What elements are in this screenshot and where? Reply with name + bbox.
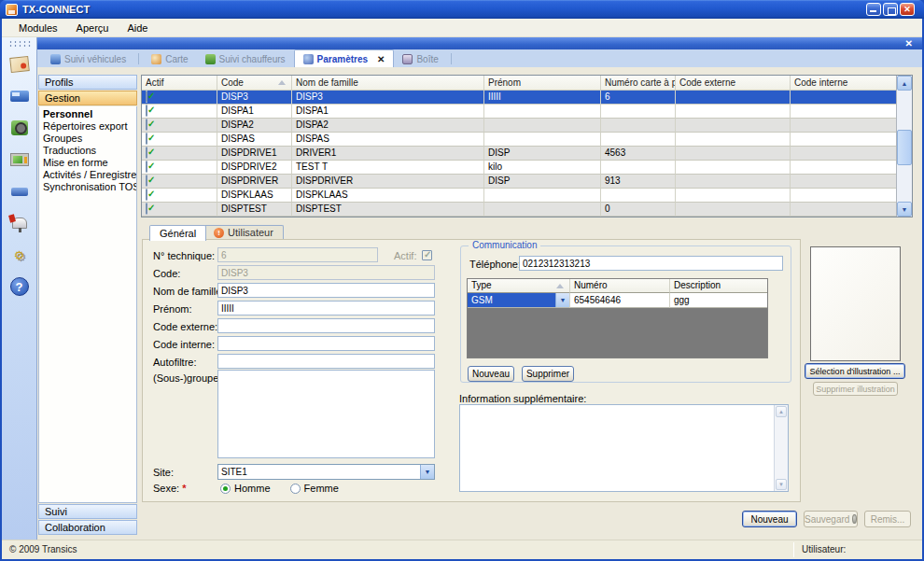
- site-label: Site:: [153, 467, 174, 478]
- table-scrollbar[interactable]: ▲ ▼: [896, 76, 912, 217]
- actif-checkbox[interactable]: [146, 133, 147, 145]
- type-select[interactable]: GSM ▼: [468, 293, 570, 308]
- save-button[interactable]: Sauvegard: [804, 511, 858, 527]
- truck-small-icon[interactable]: [6, 179, 34, 203]
- actif-checkbox[interactable]: [146, 189, 147, 201]
- table-row[interactable]: DISPDRIVE1 DRIVER1 DISP 4563: [142, 147, 896, 161]
- telephone-field[interactable]: [519, 256, 783, 271]
- table-row[interactable]: DISPDRIVER DISPDRIVER DISP 913: [142, 175, 896, 189]
- groupes-field[interactable]: [217, 370, 435, 458]
- radio-homme[interactable]: [220, 484, 231, 494]
- scroll-up-icon[interactable]: ▲: [897, 76, 912, 91]
- chevron-down-icon[interactable]: ▼: [420, 465, 434, 479]
- minimize-button[interactable]: [866, 3, 881, 16]
- prenom-field[interactable]: [217, 301, 435, 316]
- table-row[interactable]: DISP3 DISP3 IIIII 6: [142, 91, 896, 105]
- tab-general[interactable]: Général: [149, 225, 206, 241]
- status-separator: [793, 542, 794, 557]
- close-button[interactable]: [900, 3, 915, 16]
- nav-item-personnel[interactable]: Personnel: [39, 108, 136, 120]
- scroll-thumb[interactable]: [897, 130, 912, 165]
- mailbox-icon[interactable]: [6, 211, 34, 235]
- col-code[interactable]: Code: [217, 76, 292, 91]
- nav-section-gestion[interactable]: Gestion: [38, 91, 137, 105]
- col-carte[interactable]: Numéro carte à puce: [601, 76, 676, 91]
- tab-parametres[interactable]: Paramètres ✕: [294, 49, 395, 67]
- nom-field[interactable]: [217, 283, 435, 298]
- chevron-down-icon[interactable]: ▼: [555, 293, 569, 307]
- driver-icon[interactable]: [6, 116, 34, 140]
- actif-checkbox[interactable]: [146, 161, 147, 173]
- tab-boite[interactable]: Boîte: [394, 50, 446, 67]
- truck-icon[interactable]: [6, 84, 34, 108]
- nav-item-groupes[interactable]: Groupes: [39, 133, 136, 145]
- toolbar-grip[interactable]: [7, 39, 31, 47]
- menu-modules[interactable]: Modules: [9, 21, 67, 35]
- personnel-table: Actif Code Nom de famille Prénom Numéro …: [141, 75, 913, 217]
- tab-utilisateur[interactable]: ! Utilisateur: [203, 225, 284, 240]
- col-externe[interactable]: Code externe: [676, 76, 791, 91]
- tab-suivi-chauffeurs[interactable]: Suivi chauffeurs: [197, 50, 294, 67]
- textarea-scrollbar[interactable]: ▲ ▼: [774, 405, 788, 491]
- code-externe-field[interactable]: [217, 318, 435, 333]
- col-numero[interactable]: Numéro: [570, 279, 670, 293]
- reset-button[interactable]: Remis...: [864, 511, 911, 527]
- monitor-icon[interactable]: [6, 147, 34, 172]
- actif-checkbox[interactable]: [146, 147, 147, 159]
- comm-new-button[interactable]: Nouveau: [468, 366, 514, 382]
- status-bar: © 2009 Transics Utilisateur:: [2, 540, 922, 559]
- menu-aide[interactable]: Aide: [118, 21, 157, 35]
- actif-checkbox[interactable]: [146, 91, 147, 103]
- table-row[interactable]: DISPTEST DISPTEST 0: [142, 203, 896, 217]
- radio-femme[interactable]: [290, 484, 301, 494]
- nav-item-synchronisation-tos[interactable]: Synchronisation TOS: [39, 181, 136, 193]
- copyright-text: © 2009 Transics: [9, 544, 77, 554]
- new-button[interactable]: Nouveau: [742, 511, 797, 527]
- tab-close-icon[interactable]: ✕: [377, 54, 385, 64]
- gears-icon[interactable]: ⚙: [6, 243, 34, 267]
- nav-item-mise-en-forme[interactable]: Mise en forme: [39, 157, 136, 169]
- info-supplementaire-field[interactable]: ▲ ▼: [459, 404, 789, 492]
- settings-icon: [303, 54, 314, 64]
- table-row[interactable]: DISPDRIVE2 TEST T kilo: [142, 161, 896, 175]
- scroll-down-icon[interactable]: ▼: [776, 479, 787, 490]
- table-row[interactable]: DISPKLAAS DISPKLAAS: [142, 189, 896, 203]
- table-row[interactable]: DISPAS DISPAS: [142, 133, 896, 147]
- col-nom[interactable]: Nom de famille: [292, 76, 484, 91]
- help-icon[interactable]: ?: [6, 274, 34, 299]
- menu-apercu[interactable]: Aperçu: [67, 21, 119, 35]
- col-type[interactable]: Type: [468, 279, 570, 293]
- col-interne[interactable]: Code interne: [791, 76, 896, 91]
- nav-section-collaboration[interactable]: Collaboration: [38, 520, 137, 535]
- restore-button[interactable]: [883, 3, 898, 16]
- select-illustration-button[interactable]: Sélection d'illustration ...: [805, 363, 905, 379]
- actif-checkbox[interactable]: [146, 203, 147, 215]
- map-icon[interactable]: [6, 52, 34, 77]
- col-actif[interactable]: Actif: [142, 76, 217, 91]
- tab-suivi-vehicules[interactable]: Suivi véhicules: [42, 50, 134, 67]
- comm-table-row[interactable]: GSM ▼ 654564646 ggg: [468, 293, 767, 308]
- col-prenom[interactable]: Prénom: [484, 76, 601, 91]
- nav-item-repertoires-export[interactable]: Répertoires export: [39, 120, 136, 133]
- actif-checkbox[interactable]: [146, 105, 147, 117]
- comm-delete-button[interactable]: Supprimer: [522, 366, 574, 382]
- prenom-label: Prénom:: [153, 303, 192, 315]
- table-row[interactable]: DISPA2 DISPA2: [142, 119, 896, 133]
- tab-carte[interactable]: Carte: [143, 50, 196, 67]
- nav-item-activites[interactable]: Activités / Enregistrements: [39, 169, 136, 181]
- col-description[interactable]: Description: [670, 279, 767, 293]
- scroll-down-icon[interactable]: ▼: [897, 202, 912, 217]
- scroll-up-icon[interactable]: ▲: [776, 406, 787, 417]
- code-interne-field[interactable]: [217, 336, 435, 351]
- communication-legend: Communication: [469, 240, 540, 250]
- site-select[interactable]: SITE1 ▼: [217, 464, 435, 480]
- remove-illustration-button[interactable]: Supprimer illustration: [813, 382, 898, 396]
- nav-section-suivi[interactable]: Suivi: [38, 504, 137, 519]
- actif-checkbox[interactable]: [146, 175, 147, 187]
- dock-close-icon[interactable]: ✕: [905, 37, 913, 49]
- nav-section-profils[interactable]: Profils: [38, 75, 137, 90]
- nav-item-traductions[interactable]: Traductions: [39, 145, 136, 157]
- actif-checkbox[interactable]: [146, 119, 147, 131]
- table-row[interactable]: DISPA1 DISPA1: [142, 105, 896, 119]
- autofiltre-field[interactable]: [217, 354, 435, 369]
